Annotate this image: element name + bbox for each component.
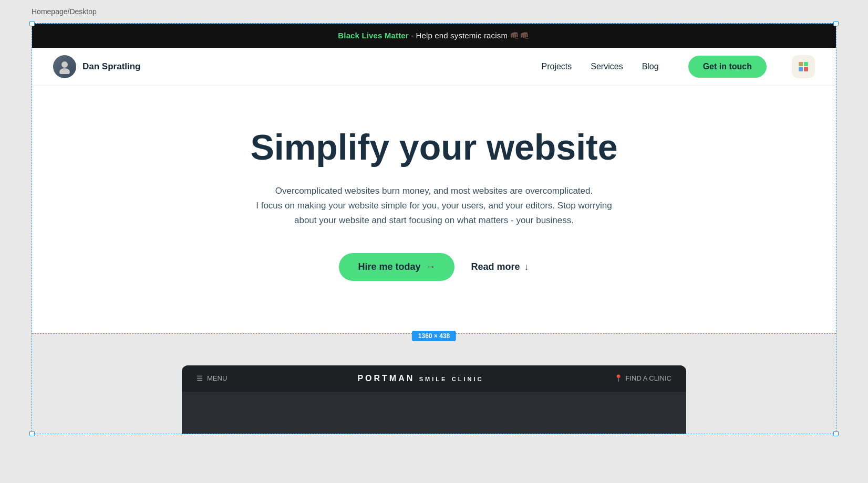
svg-rect-5 <box>804 67 808 71</box>
svg-rect-3 <box>804 62 808 66</box>
device-bar: ☰ MENU PORTMAN smile clinic 📍 FIND A CLI… <box>182 365 686 392</box>
theme-toggle-button[interactable] <box>792 55 815 78</box>
hero-subtitle: Overcomplicated websites burn money, and… <box>255 184 613 228</box>
menu-lines-icon: ☰ <box>197 374 203 382</box>
navbar: Dan Spratling Projects Services Blog Get… <box>32 48 836 86</box>
hero-buttons: Hire me today → Read more ↓ <box>53 253 815 281</box>
read-more-arrow: ↓ <box>524 261 529 272</box>
nav-links: Projects Services Blog Get in touch <box>541 55 815 78</box>
avatar <box>53 55 76 78</box>
device-content <box>182 392 686 434</box>
handle-bl <box>29 431 35 436</box>
hero-section: Simplify your website Overcomplicated we… <box>32 86 836 334</box>
read-more-label: Read more <box>471 261 520 272</box>
page-label: Homepage/Desktop <box>0 0 868 23</box>
logo-area: Dan Spratling <box>53 55 541 78</box>
svg-rect-4 <box>799 67 803 71</box>
hire-me-button[interactable]: Hire me today → <box>339 253 454 281</box>
avatar-image <box>53 55 76 78</box>
get-in-touch-button[interactable]: Get in touch <box>688 56 767 78</box>
device-find-clinic: 📍 FIND A CLINIC <box>614 374 671 382</box>
site-name: Dan Spratling <box>82 61 141 72</box>
device-mockup: ☰ MENU PORTMAN smile clinic 📍 FIND A CLI… <box>182 365 686 434</box>
hire-me-label: Hire me today <box>358 261 420 272</box>
announcement-bar: Black Lives Matter - Help end systemic r… <box>32 24 836 48</box>
announcement-rest: - Help end systemic racism 👊🏿👊🏿 <box>409 31 530 40</box>
location-icon: 📍 <box>614 374 623 382</box>
blm-text: Black Lives Matter <box>338 31 408 40</box>
svg-rect-2 <box>799 62 803 66</box>
nav-link-blog[interactable]: Blog <box>642 62 659 71</box>
handle-tl <box>29 21 35 26</box>
handle-tr <box>833 21 839 26</box>
device-logo: PORTMAN smile clinic <box>357 374 483 383</box>
mockup-section: ☰ MENU PORTMAN smile clinic 📍 FIND A CLI… <box>32 334 836 434</box>
handle-br <box>833 431 839 436</box>
nav-link-services[interactable]: Services <box>591 62 623 71</box>
nav-link-projects[interactable]: Projects <box>541 62 572 71</box>
read-more-button[interactable]: Read more ↓ <box>471 261 529 272</box>
hire-me-arrow: → <box>426 261 436 272</box>
svg-point-1 <box>59 68 70 74</box>
theme-icon <box>798 61 809 72</box>
menu-label: MENU <box>207 374 227 382</box>
hero-heading: Simplify your website <box>53 128 815 167</box>
dimension-badge: 1360 × 438 <box>412 331 456 341</box>
design-frame: Black Lives Matter - Help end systemic r… <box>32 23 836 434</box>
device-menu: ☰ MENU <box>197 374 227 382</box>
svg-point-0 <box>61 61 68 68</box>
